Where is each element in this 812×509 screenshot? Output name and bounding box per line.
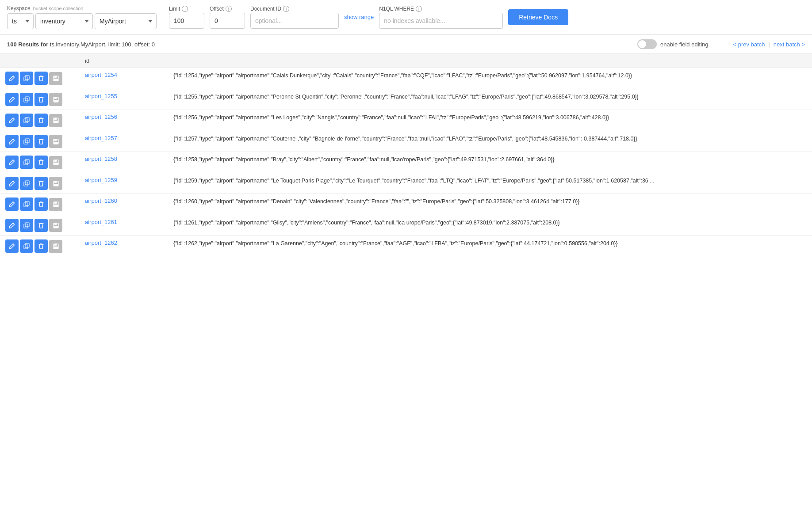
row-id[interactable]: airport_1262	[80, 236, 168, 257]
row-actions	[0, 110, 80, 131]
edit-button[interactable]	[5, 177, 19, 190]
svg-rect-24	[54, 163, 58, 165]
delete-button[interactable]	[34, 156, 48, 169]
save-button[interactable]	[49, 198, 62, 211]
row-actions	[0, 173, 80, 194]
svg-rect-35	[25, 223, 29, 227]
table-row: airport_1260{"id":1260,"type":"airport",…	[0, 194, 812, 215]
show-range-link[interactable]: show range	[344, 14, 374, 20]
n1ql-input[interactable]	[379, 13, 503, 29]
batch-separator: |	[768, 41, 770, 48]
row-id[interactable]: airport_1259	[80, 173, 168, 194]
svg-rect-16	[24, 140, 28, 144]
table-row: airport_1259{"id":1259,"type":"airport",…	[0, 173, 812, 194]
copy-button[interactable]	[20, 72, 33, 85]
svg-rect-29	[54, 184, 58, 186]
table-row: airport_1255{"id":1255,"type":"airport",…	[0, 89, 812, 110]
svg-rect-1	[24, 77, 28, 81]
results-bar: 100 Results for ts.inventory.MyAirport, …	[0, 35, 812, 54]
save-button[interactable]	[49, 156, 62, 169]
save-button[interactable]	[49, 219, 62, 232]
svg-rect-19	[54, 142, 58, 144]
delete-button[interactable]	[34, 114, 48, 127]
docid-input[interactable]	[250, 13, 339, 29]
field-editing-toggle[interactable]	[637, 39, 657, 49]
collection-select[interactable]: MyAirport	[95, 13, 157, 29]
delete-button[interactable]	[34, 72, 48, 85]
n1ql-label: N1QL WHERE	[379, 6, 414, 12]
edit-button[interactable]	[5, 93, 19, 106]
svg-rect-18	[54, 139, 57, 141]
save-button[interactable]	[49, 177, 62, 190]
row-id[interactable]: airport_1258	[80, 152, 168, 173]
row-id[interactable]: airport_1255	[80, 89, 168, 110]
delete-button[interactable]	[34, 135, 48, 148]
docid-group: Document ID i	[250, 6, 339, 29]
toggle-knob	[638, 40, 646, 48]
edit-button[interactable]	[5, 198, 19, 211]
delete-button[interactable]	[34, 219, 48, 232]
delete-button[interactable]	[34, 239, 48, 253]
edit-button[interactable]	[5, 135, 19, 148]
n1ql-info-icon: i	[416, 6, 422, 12]
edit-button[interactable]	[5, 239, 19, 253]
docid-label: Document ID	[250, 6, 281, 12]
prev-batch-link[interactable]: < prev batch	[733, 41, 765, 48]
ts-select[interactable]: ts	[7, 13, 34, 29]
copy-button[interactable]	[20, 156, 33, 169]
svg-rect-28	[54, 181, 57, 183]
row-actions	[0, 131, 80, 152]
edit-button[interactable]	[5, 219, 19, 232]
copy-button[interactable]	[20, 198, 33, 211]
offset-group: Offset i	[210, 6, 245, 29]
results-table: id airport_1254{"id":1254,"type":"airpor…	[0, 54, 812, 257]
save-button[interactable]	[49, 114, 62, 127]
limit-input[interactable]	[169, 13, 204, 29]
row-actions	[0, 89, 80, 110]
row-content: {"id":1262,"type":"airport","airportname…	[168, 236, 812, 257]
field-editing-group: enable field editing	[637, 39, 708, 49]
svg-rect-0	[25, 76, 29, 80]
limit-info-icon: i	[182, 6, 188, 12]
row-id[interactable]: airport_1260	[80, 194, 168, 215]
copy-button[interactable]	[20, 177, 33, 190]
keyspace-section: Keyspace bucket.scope.collection ts inve…	[7, 5, 157, 29]
retrieve-docs-button[interactable]: Retrieve Docs	[508, 9, 568, 25]
svg-rect-14	[54, 121, 58, 123]
copy-button[interactable]	[20, 239, 33, 253]
keyspace-label: Keyspace	[7, 5, 31, 11]
table-row: airport_1254{"id":1254,"type":"airport",…	[0, 68, 812, 89]
copy-button[interactable]	[20, 219, 33, 232]
results-table-container: id airport_1254{"id":1254,"type":"airpor…	[0, 54, 812, 257]
limit-label: Limit	[169, 6, 180, 12]
row-content: {"id":1256,"type":"airport","airportname…	[168, 110, 812, 131]
edit-button[interactable]	[5, 72, 19, 85]
delete-button[interactable]	[34, 198, 48, 211]
row-id[interactable]: airport_1256	[80, 110, 168, 131]
svg-rect-5	[25, 97, 29, 101]
scope-select[interactable]: inventory	[35, 13, 93, 29]
table-body: airport_1254{"id":1254,"type":"airport",…	[0, 68, 812, 257]
row-id[interactable]: airport_1257	[80, 131, 168, 152]
offset-input[interactable]	[210, 13, 245, 29]
edit-button[interactable]	[5, 156, 19, 169]
save-button[interactable]	[49, 93, 62, 106]
row-id[interactable]: airport_1261	[80, 215, 168, 236]
delete-button[interactable]	[34, 93, 48, 106]
col-header-content	[168, 54, 812, 68]
save-button[interactable]	[49, 135, 62, 148]
copy-button[interactable]	[20, 135, 33, 148]
next-batch-link[interactable]: next batch >	[774, 41, 805, 48]
offset-label: Offset	[210, 6, 224, 12]
svg-rect-9	[54, 100, 58, 102]
row-id[interactable]: airport_1254	[80, 68, 168, 89]
copy-button[interactable]	[20, 93, 33, 106]
svg-rect-8	[54, 97, 57, 99]
table-row: airport_1262{"id":1262,"type":"airport",…	[0, 236, 812, 257]
delete-button[interactable]	[34, 177, 48, 190]
edit-button[interactable]	[5, 114, 19, 127]
svg-rect-36	[24, 224, 28, 228]
save-button[interactable]	[49, 240, 62, 253]
copy-button[interactable]	[20, 114, 33, 127]
save-button[interactable]	[49, 72, 62, 85]
